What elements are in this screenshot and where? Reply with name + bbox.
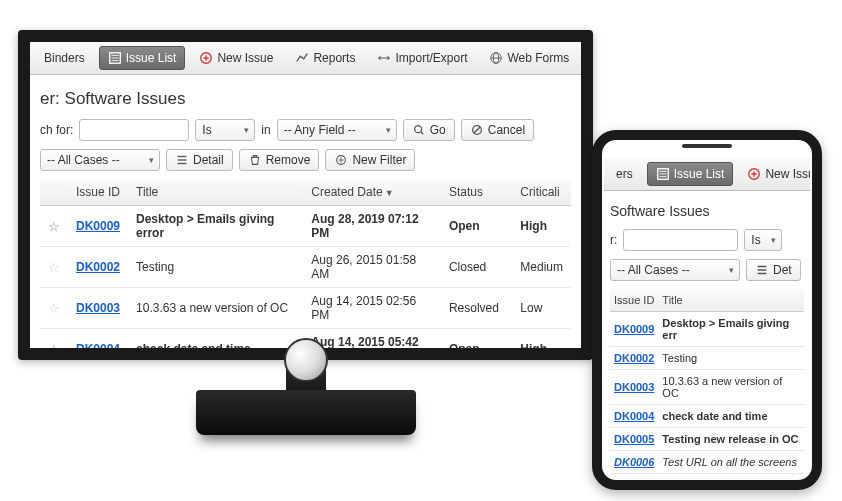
issue-id-link[interactable]: DK0005 bbox=[614, 433, 654, 445]
issue-title: 10.3.63 a new version of OC bbox=[658, 370, 804, 405]
star-icon[interactable]: ☆ bbox=[48, 342, 60, 357]
issue-title: 10.3.63 a new version of OC bbox=[128, 288, 303, 329]
monitor-neck bbox=[286, 360, 326, 390]
monitor-joint bbox=[284, 338, 328, 382]
issue-title: Test URL on all the screens bbox=[658, 451, 804, 474]
issue-id-link[interactable]: DK0003 bbox=[614, 381, 654, 393]
issue-status: Closed bbox=[441, 247, 512, 288]
issue-title: Testing bbox=[128, 247, 303, 288]
issue-date: Aug 28, 2019 07:12 PM bbox=[303, 206, 441, 247]
svg-line-11 bbox=[420, 132, 423, 135]
admin-tab[interactable]: Admin bbox=[583, 47, 593, 69]
phone-content: Software Issues r: Is -- All Cases -- De… bbox=[604, 191, 810, 478]
col-issue-id[interactable]: Issue ID bbox=[68, 179, 128, 206]
issue-criticality: High bbox=[512, 206, 571, 247]
phone-bezel: ers Issue List New Issue Software Issues… bbox=[592, 130, 822, 490]
filter-row: -- All Cases -- Detail Remove New Filter bbox=[40, 149, 571, 171]
chart-icon bbox=[295, 51, 309, 65]
issue-status: Open bbox=[441, 329, 512, 361]
search-input[interactable] bbox=[79, 119, 189, 141]
phone-screen: ers Issue List New Issue Software Issues… bbox=[604, 158, 810, 478]
phone-filter-row: -- All Cases -- Det bbox=[610, 259, 804, 281]
mobile-phone: ers Issue List New Issue Software Issues… bbox=[592, 130, 822, 490]
issue-id-link[interactable]: DK0009 bbox=[614, 323, 654, 335]
col-criticality[interactable]: Criticali bbox=[512, 179, 571, 206]
plus-circle-icon bbox=[334, 153, 348, 167]
issue-id-link[interactable]: DK0002 bbox=[76, 260, 120, 274]
table-row[interactable]: DK000310.3.63 a new version of OC bbox=[610, 370, 804, 405]
issue-title: Testing bbox=[658, 347, 804, 370]
phone-col-issue-id[interactable]: Issue ID bbox=[610, 289, 658, 312]
issue-id-link[interactable]: DK0004 bbox=[76, 342, 120, 356]
phone-new-issue-button[interactable]: New Issue bbox=[739, 163, 810, 185]
phone-search-input[interactable] bbox=[623, 229, 738, 251]
phone-binders-tab[interactable]: ers bbox=[608, 163, 641, 185]
issue-criticality: High bbox=[512, 329, 571, 361]
table-row[interactable]: ☆DK000310.3.63 a new version of OCAug 14… bbox=[40, 288, 571, 329]
table-row[interactable]: DK0004check date and time bbox=[610, 405, 804, 428]
remove-button[interactable]: Remove bbox=[239, 149, 320, 171]
issue-status: Resolved bbox=[441, 288, 512, 329]
svg-point-10 bbox=[414, 126, 421, 133]
phone-issue-list-tab[interactable]: Issue List bbox=[647, 162, 734, 186]
detail-button[interactable]: Detail bbox=[166, 149, 233, 171]
table-row[interactable]: DK0006Test URL on all the screens bbox=[610, 451, 804, 474]
issue-criticality: Low bbox=[512, 288, 571, 329]
in-label: in bbox=[261, 123, 270, 137]
transfer-icon bbox=[377, 51, 391, 65]
issue-list-tab[interactable]: Issue List bbox=[99, 46, 186, 70]
plus-circle-icon bbox=[199, 51, 213, 65]
star-icon[interactable]: ☆ bbox=[48, 219, 60, 234]
monitor-base bbox=[196, 390, 416, 435]
shield-icon bbox=[591, 51, 593, 65]
issue-title: Desktop > Emails giving err bbox=[658, 312, 804, 347]
phone-search-operator[interactable]: Is bbox=[744, 229, 782, 251]
issue-id-link[interactable]: DK0003 bbox=[76, 301, 120, 315]
search-row: ch for: Is in -- Any Field -- Go Cancel bbox=[40, 119, 571, 141]
table-row[interactable]: DK0009Desktop > Emails giving err bbox=[610, 312, 804, 347]
svg-line-13 bbox=[474, 127, 480, 133]
desktop-monitor: Binders Issue List New Issue Reports Imp… bbox=[18, 30, 593, 435]
phone-filter-select[interactable]: -- All Cases -- bbox=[610, 259, 740, 281]
table-row[interactable]: DK0002Testing bbox=[610, 347, 804, 370]
issue-status: Open bbox=[441, 206, 512, 247]
phone-detail-button[interactable]: Det bbox=[746, 259, 801, 281]
issue-title: Desktop > Emails giving error bbox=[128, 206, 303, 247]
main-content: er: Software Issues ch for: Is in -- Any… bbox=[30, 75, 581, 360]
col-created-date[interactable]: Created Date▼ bbox=[303, 179, 441, 206]
search-icon bbox=[412, 123, 426, 137]
detail-icon bbox=[175, 153, 189, 167]
import-export-tab[interactable]: Import/Export bbox=[369, 47, 475, 69]
table-row[interactable]: DK0005Testing new release in OC bbox=[610, 428, 804, 451]
plus-circle-icon bbox=[747, 167, 761, 181]
table-row[interactable]: ☆DK0002TestingAug 26, 2015 01:58 AMClose… bbox=[40, 247, 571, 288]
new-filter-button[interactable]: New Filter bbox=[325, 149, 415, 171]
issue-title: Testing new release in OC bbox=[658, 428, 804, 451]
issue-id-link[interactable]: DK0002 bbox=[614, 352, 654, 364]
issues-table: Issue ID Title Created Date▼ Status Crit… bbox=[40, 179, 571, 360]
reports-tab[interactable]: Reports bbox=[287, 47, 363, 69]
search-field-select[interactable]: -- Any Field -- bbox=[277, 119, 397, 141]
go-button[interactable]: Go bbox=[403, 119, 455, 141]
table-row[interactable]: ☆DK0009Desktop > Emails giving errorAug … bbox=[40, 206, 571, 247]
web-forms-tab[interactable]: Web Forms bbox=[481, 47, 577, 69]
phone-col-title[interactable]: Title bbox=[658, 289, 804, 312]
issue-id-link[interactable]: DK0006 bbox=[614, 456, 654, 468]
binders-tab[interactable]: Binders bbox=[36, 47, 93, 69]
star-icon[interactable]: ☆ bbox=[48, 260, 60, 275]
search-operator-select[interactable]: Is bbox=[195, 119, 255, 141]
col-title[interactable]: Title bbox=[128, 179, 303, 206]
filter-select[interactable]: -- All Cases -- bbox=[40, 149, 160, 171]
phone-search-label: r: bbox=[610, 233, 617, 247]
issue-date: Aug 14, 2015 02:56 PM bbox=[303, 288, 441, 329]
cancel-button[interactable]: Cancel bbox=[461, 119, 534, 141]
phone-toolbar: ers Issue List New Issue bbox=[604, 158, 810, 191]
new-issue-button[interactable]: New Issue bbox=[191, 47, 281, 69]
col-status[interactable]: Status bbox=[441, 179, 512, 206]
list-icon bbox=[656, 167, 670, 181]
search-label: ch for: bbox=[40, 123, 73, 137]
star-icon[interactable]: ☆ bbox=[48, 301, 60, 316]
globe-icon bbox=[489, 51, 503, 65]
issue-id-link[interactable]: DK0009 bbox=[76, 219, 120, 233]
issue-id-link[interactable]: DK0004 bbox=[614, 410, 654, 422]
